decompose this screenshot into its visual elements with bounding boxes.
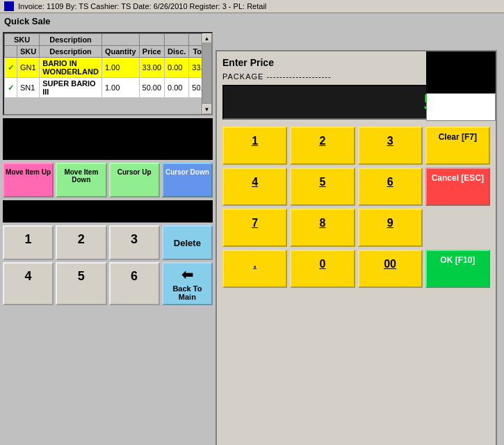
keypad-grid: 1 2 3 Clear [F7] 4 5 6 Cancel [ESC] 7 8 … xyxy=(222,127,490,288)
keypad-1[interactable]: 1 xyxy=(222,127,287,165)
back-to-main-label: Back To Main xyxy=(166,284,209,301)
row-desc: BARIO IN WONDERLAND xyxy=(40,58,102,78)
row-disc: 0.00 xyxy=(165,78,189,98)
back-icon: ⬅ xyxy=(181,266,193,283)
invoice-table: SKU Description SKU Description Quantity… xyxy=(4,33,213,98)
numpad-4[interactable]: 4 xyxy=(3,262,54,305)
col-header-price xyxy=(139,34,165,46)
col-header-price2: Price xyxy=(139,46,165,58)
col-header-sku: SKU xyxy=(5,34,40,46)
col-header-sku2: SKU xyxy=(17,46,40,58)
row-desc: SUPER BARIO III xyxy=(40,78,102,98)
top-right-white-box xyxy=(426,93,496,121)
ok-button[interactable]: OK [F10] xyxy=(425,250,490,288)
col-header-description: Description xyxy=(40,46,102,58)
scroll-down-button[interactable]: ▼ xyxy=(202,104,212,114)
row-check: ✓ xyxy=(5,58,17,78)
row-price: 33.00 xyxy=(139,58,165,78)
clear-button[interactable]: Clear [F7] xyxy=(425,127,490,165)
scroll-track xyxy=(202,43,211,104)
table-row[interactable]: ✓ GN1 BARIO IN WONDERLAND 1.00 33.00 0.0… xyxy=(5,58,213,78)
move-item-up-button[interactable]: Move Item Up xyxy=(3,163,54,197)
keypad-6[interactable]: 6 xyxy=(358,168,423,206)
numpad-2[interactable]: 2 xyxy=(56,225,106,260)
back-to-main-button[interactable]: ⬅ Back To Main xyxy=(162,262,213,305)
col-header-disc2: Disc. xyxy=(165,46,189,58)
numpad-1[interactable]: 1 xyxy=(3,225,54,260)
display-area xyxy=(3,118,213,160)
invoice-table-container: SKU Description SKU Description Quantity… xyxy=(3,32,213,115)
col-header-desc: Description xyxy=(40,34,102,46)
title-bar-text: Invoice: 1109 By: TS Cashier: TS Date: 6… xyxy=(18,2,266,10)
numpad-6[interactable]: 6 xyxy=(109,262,160,305)
keypad-2[interactable]: 2 xyxy=(290,127,355,165)
left-panel: SKU Description SKU Description Quantity… xyxy=(0,29,216,445)
top-right-black-box xyxy=(426,51,496,93)
scroll-bar[interactable]: ▲ ▼ xyxy=(202,33,211,114)
col-header-quantity: Quantity xyxy=(101,46,139,58)
keypad-3[interactable]: 3 xyxy=(358,127,423,165)
col-header-empty xyxy=(5,46,17,58)
move-item-down-button[interactable]: Move Item Down xyxy=(56,163,106,197)
scroll-up-button[interactable]: ▲ xyxy=(202,33,212,43)
keypad-9[interactable]: 9 xyxy=(358,209,423,247)
title-bar: Invoice: 1109 By: TS Cashier: TS Date: 6… xyxy=(0,0,504,13)
row-check: ✓ xyxy=(5,78,17,98)
numpad-grid: 1 2 3 Delete 4 5 6 ⬅ Back To Main xyxy=(3,225,213,305)
cursor-down-button[interactable]: Cursor Down xyxy=(162,163,213,197)
delete-button[interactable]: Delete xyxy=(162,225,213,260)
keypad-00[interactable]: 00 xyxy=(358,250,423,288)
app-icon xyxy=(4,1,14,11)
cursor-up-button[interactable]: Cursor Up xyxy=(109,163,160,197)
row-qty: 1.00 xyxy=(101,78,139,98)
col-header-disc xyxy=(165,34,189,46)
black-bar xyxy=(3,200,213,222)
empty-cell xyxy=(425,209,490,247)
table-row[interactable]: ✓ SN1 SUPER BARIO III 1.00 50.00 0.00 50… xyxy=(5,78,213,98)
keypad-7[interactable]: 7 xyxy=(222,209,287,247)
col-header-qty xyxy=(101,34,139,46)
numpad-5[interactable]: 5 xyxy=(56,262,106,305)
row-sku: SN1 xyxy=(17,78,40,98)
row-price: 50.00 xyxy=(139,78,165,98)
cancel-button[interactable]: Cancel [ESC] xyxy=(425,168,490,206)
keypad-dot[interactable]: . xyxy=(222,250,287,288)
keypad-5[interactable]: 5 xyxy=(290,168,355,206)
keypad-8[interactable]: 8 xyxy=(290,209,355,247)
row-sku: GN1 xyxy=(17,58,40,78)
row-qty: 1.00 xyxy=(101,58,139,78)
enter-price-dialog: Enter Price PACKAGE --------------------… xyxy=(216,50,497,445)
nav-buttons: Move Item Up Move Item Down Cursor Up Cu… xyxy=(3,163,213,197)
numpad-3[interactable]: 3 xyxy=(109,225,160,260)
quick-sale-label: Quick Sale xyxy=(0,13,504,29)
row-disc: 0.00 xyxy=(165,58,189,78)
keypad-4[interactable]: 4 xyxy=(222,168,287,206)
keypad-0[interactable]: 0 xyxy=(290,250,355,288)
